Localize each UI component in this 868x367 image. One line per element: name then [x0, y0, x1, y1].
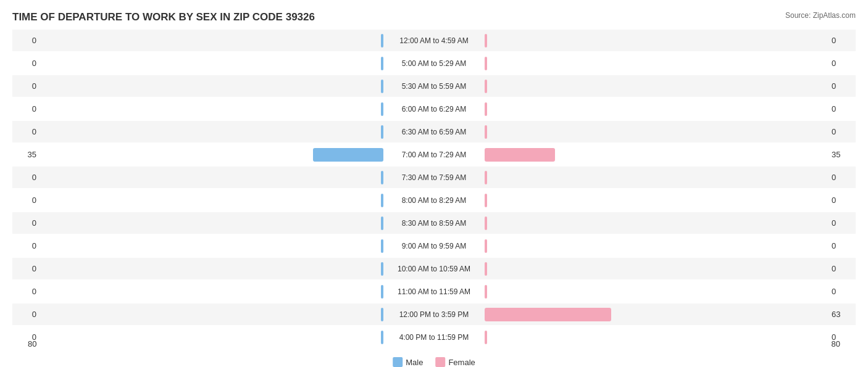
bars-center: 8:00 AM to 8:29 AM [40, 189, 828, 211]
bars-center: 12:00 AM to 4:59 AM [40, 30, 828, 51]
male-bar [381, 80, 383, 93]
bars-center: 7:30 AM to 7:59 AM [40, 167, 828, 188]
right-value: 35 [828, 150, 856, 159]
male-bar [381, 102, 383, 116]
right-value: 0 [828, 173, 856, 182]
female-bar-container [434, 194, 828, 207]
female-bar-container [434, 125, 828, 139]
bar-row: 0 11:00 AM to 11:59 AM 0 [12, 281, 856, 302]
right-value: 0 [828, 218, 856, 228]
left-value: 0 [12, 59, 40, 68]
male-bar [381, 262, 383, 276]
right-value: 0 [828, 81, 856, 91]
male-bar-container [40, 262, 434, 276]
bar-row: 0 8:30 AM to 8:59 AM 0 [12, 212, 856, 234]
right-value: 0 [828, 196, 856, 205]
left-value: 0 [12, 173, 40, 182]
axis-left-label: 80 [28, 339, 36, 348]
female-bar-container [434, 239, 828, 253]
source-label: Source: ZipAtlas.com [785, 11, 856, 20]
right-value: 0 [828, 127, 856, 136]
left-value: 0 [12, 310, 40, 319]
bar-row: 0 12:00 PM to 3:59 PM 63 [12, 303, 856, 325]
left-value: 0 [12, 196, 40, 205]
male-bar-container [40, 57, 434, 70]
male-bar [381, 125, 383, 139]
female-bar [485, 308, 611, 321]
female-bar [485, 102, 487, 116]
right-value: 0 [828, 241, 856, 250]
female-bar [485, 57, 487, 70]
male-bar [381, 285, 383, 299]
female-bar [485, 34, 487, 47]
male-bar-container [40, 239, 434, 253]
male-bar [381, 34, 383, 47]
bar-row: 0 6:00 AM to 6:29 AM 0 [12, 98, 856, 120]
bars-center: 6:30 AM to 6:59 AM [40, 121, 828, 142]
chart-title: TIME OF DEPARTURE TO WORK BY SEX IN ZIP … [12, 11, 856, 23]
legend-female-label: Female [448, 358, 475, 367]
male-bar-container [40, 171, 434, 184]
male-bar-container [40, 308, 434, 321]
male-bar-container [40, 285, 434, 299]
male-bar-container [40, 102, 434, 116]
female-bar [485, 216, 487, 230]
bar-row: 0 5:00 AM to 5:29 AM 0 [12, 52, 856, 74]
right-value: 0 [828, 36, 856, 45]
female-bar [485, 239, 487, 253]
left-value: 0 [12, 127, 40, 136]
legend-male: Male [393, 357, 423, 367]
male-bar [381, 171, 383, 184]
bars-center: 5:00 AM to 5:29 AM [40, 52, 828, 74]
bars-center: 8:30 AM to 8:59 AM [40, 212, 828, 234]
bar-row: 35 7:00 AM to 7:29 AM 35 [12, 144, 856, 165]
legend-female-icon [435, 357, 445, 367]
left-value: 0 [12, 104, 40, 113]
left-value: 0 [12, 36, 40, 45]
legend-male-icon [393, 357, 403, 367]
right-value: 0 [828, 59, 856, 68]
left-value: 35 [12, 150, 40, 159]
left-value: 0 [12, 218, 40, 228]
male-bar-container [40, 125, 434, 139]
female-bar-container [434, 216, 828, 230]
bar-row: 0 9:00 AM to 9:59 AM 0 [12, 235, 856, 257]
male-bar-container [40, 80, 434, 93]
left-value: 0 [12, 81, 40, 91]
left-value: 0 [12, 264, 40, 273]
female-bar [485, 80, 487, 93]
male-bar [381, 216, 383, 230]
bar-row: 0 10:00 AM to 10:59 AM 0 [12, 258, 856, 279]
male-bar [381, 308, 383, 321]
female-bar-container [434, 57, 828, 70]
left-value: 0 [12, 241, 40, 250]
bars-center: 11:00 AM to 11:59 AM [40, 281, 828, 302]
bars-center: 12:00 PM to 3:59 PM [40, 303, 828, 325]
male-bar [381, 239, 383, 253]
bar-row: 0 5:30 AM to 5:59 AM 0 [12, 75, 856, 97]
female-bar-container [434, 34, 828, 47]
bars-center: 9:00 AM to 9:59 AM [40, 235, 828, 257]
female-bar-container [434, 102, 828, 116]
bars-center: 7:00 AM to 7:29 AM [40, 144, 828, 165]
axis-right-label: 80 [832, 339, 840, 348]
legend-male-label: Male [406, 358, 423, 367]
female-bar [485, 125, 487, 139]
female-bar-container [434, 80, 828, 93]
legend-female: Female [435, 357, 475, 367]
bar-row: 0 12:00 AM to 4:59 AM 0 [12, 30, 856, 51]
axis-bottom: 80 80 [0, 339, 868, 348]
right-value: 0 [828, 264, 856, 273]
bar-row: 0 7:30 AM to 7:59 AM 0 [12, 167, 856, 188]
right-value: 0 [828, 287, 856, 296]
female-bar [485, 148, 555, 162]
bar-row: 0 8:00 AM to 8:29 AM 0 [12, 189, 856, 211]
male-bar-container [40, 148, 434, 162]
male-bar-container [40, 216, 434, 230]
female-bar [485, 285, 487, 299]
right-value: 63 [828, 310, 856, 319]
left-value: 0 [12, 287, 40, 296]
legend: Male Female [393, 357, 475, 367]
chart-area: 0 12:00 AM to 4:59 AM 0 0 5:00 AM to 5:2… [12, 30, 856, 327]
bars-center: 5:30 AM to 5:59 AM [40, 75, 828, 97]
